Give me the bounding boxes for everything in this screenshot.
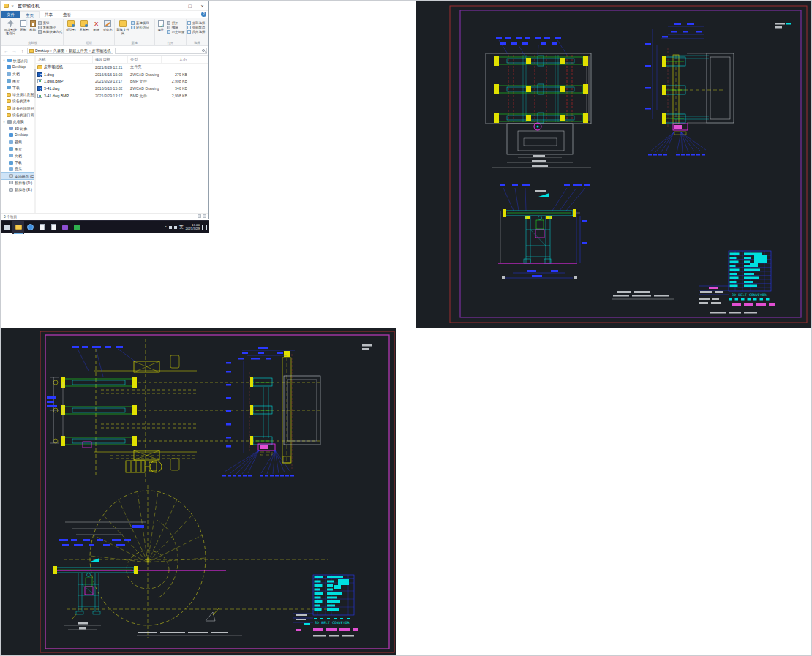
thumbnails-view-icon[interactable] [203, 214, 206, 218]
address-bar[interactable]: Desktop › 久森图 › 新建文件夹 › 皮带输送机 ∨ ↻ [27, 48, 113, 54]
nav-item-pictures[interactable]: 图片 [1, 78, 34, 84]
copy-path-button[interactable]: 复制路径 [38, 26, 62, 29]
breadcrumb-segment[interactable]: 久森图 [53, 48, 65, 53]
nav-item-documents[interactable]: 文档 [1, 152, 34, 159]
move-to-button[interactable]: 移动到 [64, 20, 77, 40]
copy-icon [20, 20, 26, 27]
copy-to-button[interactable]: 复制到 [78, 20, 90, 40]
nav-item-volume-d[interactable]: 新加卷 (D:) [1, 179, 34, 186]
nav-item-folder[interactable]: 设备的进口资料 [1, 111, 34, 118]
clock[interactable]: 13:00 2021/3/29 [185, 224, 200, 230]
column-name[interactable]: 名称 [36, 56, 93, 63]
copy-to-icon [80, 20, 88, 27]
nav-item-documents[interactable]: 文档 [1, 71, 34, 78]
select-none-button[interactable]: 全部取消 [187, 26, 206, 29]
nav-item-folder[interactable]: 设备的清单 [1, 98, 34, 105]
column-size[interactable]: 大小 [162, 56, 189, 63]
taskbar-app-purple-button[interactable] [59, 221, 71, 234]
folder-icon [7, 113, 11, 117]
file-type: BMP 文件 [128, 94, 162, 99]
help-icon[interactable]: ? [201, 12, 206, 17]
copy-button[interactable]: 复制 [19, 20, 28, 40]
nav-this-pc[interactable]: ∨此电脑 [1, 118, 34, 125]
file-row[interactable]: 3-41.dwg.BMP 2021/3/29 13:17 BMP 文件 2,99… [36, 92, 208, 99]
search-icon [202, 49, 205, 52]
expand-icon: ∨ [3, 120, 6, 124]
taskbar-document-button[interactable] [36, 221, 48, 234]
tab-view[interactable]: 查看 [58, 11, 76, 18]
maximize-button[interactable]: □ [184, 1, 196, 11]
tray-chevron-icon[interactable]: ^ [165, 225, 167, 230]
file-row[interactable]: 皮带输送机 2021/3/29 12:21 文件夹 [36, 64, 208, 71]
start-button[interactable] [1, 221, 12, 234]
date: 2021/3/29 [185, 227, 200, 231]
group-label-open: 打开 [155, 40, 186, 45]
new-item-button[interactable]: 新建项目 [131, 21, 149, 25]
nav-item-music[interactable]: 音乐 [1, 166, 34, 173]
breadcrumb-segment[interactable]: 皮带输送机 [92, 48, 111, 53]
new-folder-button[interactable]: 新建文件夹 [116, 20, 130, 40]
up-icon[interactable]: ↑ [19, 48, 26, 53]
rename-button[interactable]: 重命名 [102, 20, 113, 40]
cut-button[interactable]: 剪切 [38, 21, 62, 25]
search-input[interactable] [115, 48, 207, 54]
tab-share[interactable]: 共享 [40, 11, 58, 18]
paste-shortcut-label: 粘贴快捷方式 [43, 30, 62, 34]
quick-access-toolbar[interactable]: ∨ [10, 4, 15, 8]
edit-button[interactable]: 编辑 [167, 26, 185, 29]
tab-home[interactable]: 主页 [20, 11, 40, 18]
tray-icon[interactable] [169, 226, 172, 229]
nav-item-volume-e[interactable]: 新加卷 (E:) [1, 186, 34, 193]
breadcrumb-segment[interactable]: Desktop [35, 48, 49, 53]
breadcrumb-segment[interactable]: 新建文件夹 [69, 48, 88, 53]
details-view-icon[interactable] [198, 214, 201, 218]
address-dropdown-icon[interactable]: ∨ [112, 48, 113, 53]
nav-quick-access[interactable]: ∨快速访问 [1, 57, 34, 64]
taskbar-browser-button[interactable] [24, 221, 36, 234]
nav-item-local-disk-c[interactable]: 本地磁盘 (C:) [1, 173, 34, 179]
close-button[interactable]: × [196, 1, 208, 11]
tray-icon[interactable] [174, 226, 177, 229]
pin-to-quick-access-button[interactable]: 固定到快速访问 [3, 20, 18, 40]
history-button[interactable]: 历史记录 [167, 30, 185, 34]
nav-item-pictures[interactable]: 图片 [1, 146, 34, 152]
nav-item-downloads[interactable]: 下载 [1, 84, 34, 91]
nav-label: 音乐 [15, 167, 22, 171]
easy-access-button[interactable]: 轻松访问 [131, 26, 149, 29]
qat-dropdown-icon[interactable]: ∨ [10, 4, 15, 8]
column-type[interactable]: 类型 [128, 56, 162, 63]
invert-selection-button[interactable]: 反向选择 [187, 30, 206, 34]
notification-icon[interactable] [202, 225, 207, 230]
properties-button[interactable]: 属性 [156, 20, 166, 40]
status-bar: 5 个项目 [1, 213, 208, 219]
ribbon-tab-strip: 文件 主页 共享 查看 ? [1, 11, 208, 18]
nav-item-desktop[interactable]: Desktop [1, 132, 34, 138]
delete-button[interactable]: X 删除 [91, 20, 102, 40]
nav-item-folder[interactable]: 设备的说明书 [1, 105, 34, 111]
taskbar-document2-button[interactable] [48, 221, 59, 234]
file-row[interactable]: 1.dwg.BMP 2021/3/29 13:17 BMP 文件 2,998 K… [36, 78, 208, 86]
drive-icon [9, 188, 13, 192]
nav-item-downloads[interactable]: 下载 [1, 159, 34, 165]
minimize-button[interactable]: – [171, 1, 184, 11]
paste-shortcut-button[interactable]: 粘贴快捷方式 [38, 30, 62, 34]
taskbar-explorer-button[interactable] [12, 221, 24, 234]
nav-item-desktop[interactable]: Desktop [1, 64, 34, 70]
nav-item-folder[interactable]: 毕业设计及图纸 [1, 91, 34, 97]
nav-label: 设备的说明书 [12, 106, 34, 110]
column-date-modified[interactable]: 修改日期 [93, 56, 128, 63]
file-row[interactable]: 1.dwg 2016/6/16 15:02 ZWCAD Drawing 279 … [36, 71, 208, 78]
back-icon[interactable]: ← [3, 48, 10, 53]
open-button[interactable]: 打开 [167, 21, 185, 25]
file-row[interactable]: 3-41.dwg 2016/6/16 15:02 ZWCAD Drawing 3… [36, 85, 208, 92]
nav-item-3d-objects[interactable]: 3D 对象 [1, 125, 34, 132]
paste-button[interactable]: 粘贴 [29, 20, 37, 40]
language-indicator[interactable]: 英 [179, 225, 184, 230]
ribbon: 固定到快速访问 复制 粘贴 剪切 复制路径 粘贴快捷方式 [1, 18, 208, 46]
select-all-button[interactable]: 全部选择 [187, 21, 206, 25]
title-bar[interactable]: ∨ 皮带输送机 – □ × [1, 1, 208, 11]
tab-file[interactable]: 文件 [1, 11, 20, 18]
forward-icon[interactable]: → [11, 48, 18, 53]
nav-item-videos[interactable]: 视频 [1, 139, 34, 146]
taskbar-app-green-button[interactable] [71, 221, 83, 234]
